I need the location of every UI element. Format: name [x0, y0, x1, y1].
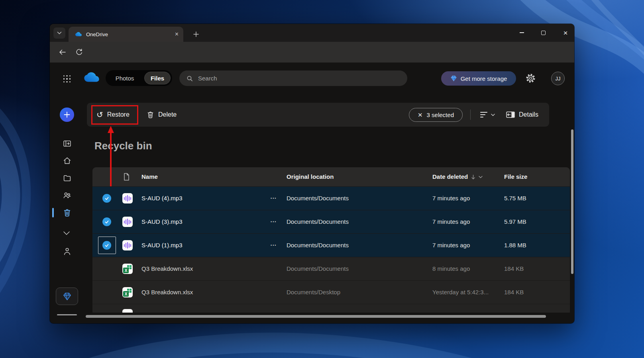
account-avatar[interactable]: JJ [551, 72, 565, 85]
tab-strip: OneDrive × × [50, 24, 574, 42]
row-checkbox-checked[interactable] [102, 217, 111, 226]
file-name: S-AUD (4).mp3 [141, 187, 183, 210]
sidebar-item-home[interactable] [63, 157, 71, 165]
file-date-deleted: 7 minutes ago [432, 234, 470, 257]
browser-tab-onedrive[interactable]: OneDrive × [69, 27, 183, 42]
table-row[interactable]: S-AUD (1).mp3 ••• Documents/Documents 7 … [92, 234, 570, 257]
annotation-arrow-line [110, 133, 112, 186]
sidebar-active-indicator [52, 208, 54, 217]
back-button[interactable] [59, 48, 67, 57]
file-date-deleted: 7 minutes ago [432, 187, 470, 210]
check-icon [104, 196, 110, 201]
details-label: Details [519, 111, 538, 118]
column-header-name[interactable]: Name [141, 167, 158, 186]
annotation-highlight-box [91, 105, 138, 125]
file-date-deleted: 8 minutes ago [432, 257, 470, 280]
tab-title: OneDrive [86, 31, 175, 37]
details-button[interactable]: Details [506, 107, 538, 123]
toggle-files[interactable]: Files [144, 72, 171, 84]
table-row[interactable]: S-AUD (4).mp3 ••• Documents/Documents 7 … [92, 187, 570, 210]
sort-descending-icon [471, 174, 475, 180]
diamond-icon [450, 75, 457, 82]
trash-icon [63, 209, 71, 217]
file-name: S-AUD (1).mp3 [141, 234, 183, 257]
sidebar-open-panel-button[interactable] [63, 139, 71, 148]
toggle-photos[interactable]: Photos [106, 75, 144, 82]
file-location: Documents/Documents [287, 257, 349, 280]
column-header-location[interactable]: Original location [287, 167, 334, 186]
details-pane-icon [506, 111, 515, 118]
arrow-left-icon [59, 48, 67, 56]
chevron-down-icon [57, 31, 62, 35]
trash-icon [147, 111, 154, 119]
close-icon: × [563, 29, 567, 37]
onedrive-logo[interactable] [83, 72, 100, 83]
search-placeholder: Search [198, 75, 217, 82]
home-icon [63, 157, 71, 165]
storage-usage-bar [57, 314, 77, 315]
row-more-button[interactable]: ••• [271, 210, 277, 233]
audio-file-icon [122, 240, 133, 250]
refresh-button[interactable] [75, 48, 84, 57]
browser-toolbar: https://onedrive.live.com/?view=5 ☆ ••• … [50, 42, 574, 63]
browser-window: OneDrive × × https://onedrive.live.com/?… [50, 24, 574, 323]
vertical-scrollbar[interactable] [571, 129, 573, 274]
page-title: Recycle bin [94, 140, 152, 152]
premium-button[interactable] [56, 288, 78, 305]
file-size: 184 KB [504, 257, 524, 280]
diamond-icon [63, 292, 72, 301]
selected-count-label: 3 selected [427, 112, 454, 118]
sidebar-item-recycle-bin[interactable] [63, 209, 71, 217]
audio-file-icon [122, 217, 133, 227]
column-header-size[interactable]: File size [504, 167, 527, 186]
get-more-storage-button[interactable]: Get more storage [441, 71, 516, 86]
refresh-icon [75, 48, 83, 56]
new-add-button[interactable] [60, 108, 74, 122]
table-row[interactable]: X Q3 Breakdown.xlsx Documents/Documents … [92, 257, 570, 280]
settings-button[interactable] [525, 73, 536, 84]
sidebar-item-my-files[interactable] [63, 174, 71, 182]
storage-label: Get more storage [461, 75, 507, 82]
file-size: 1.88 MB [504, 234, 526, 257]
horizontal-scrollbar[interactable] [86, 315, 546, 318]
sort-lines-icon [480, 112, 487, 117]
row-more-button[interactable]: ••• [271, 187, 277, 210]
file-name: S-AUD (3).mp3 [141, 210, 183, 233]
sidebar-item-person[interactable] [63, 247, 71, 255]
window-maximize-button[interactable] [534, 25, 552, 40]
file-location: Documents/Documents [287, 234, 349, 257]
gear-icon [525, 73, 536, 84]
file-name: Q3 Breakdown.xlsx [141, 281, 193, 304]
search-input[interactable]: Search [179, 70, 407, 86]
app-launcher-button[interactable] [63, 74, 71, 83]
command-bar: ↺ Restore Delete ✕ 3 selected Details [87, 103, 549, 127]
document-icon[interactable] [123, 173, 130, 181]
sidebar-item-shared[interactable] [63, 191, 71, 200]
column-header-date[interactable]: Date deleted [432, 167, 483, 186]
table-row[interactable]: X Q3 Breakdown.xlsx Documents/Desktop Ye… [92, 281, 570, 304]
tab-search-dropdown-button[interactable] [53, 27, 65, 39]
row-more-button[interactable]: ••• [271, 234, 277, 257]
window-close-button[interactable]: × [557, 25, 574, 40]
window-minimize-button[interactable] [513, 25, 530, 40]
people-icon [63, 191, 71, 200]
row-checkbox-checked[interactable] [102, 241, 111, 250]
file-location: Documents/Desktop [287, 281, 340, 304]
sidebar-expand-button[interactable] [63, 231, 71, 237]
plus-icon [193, 31, 199, 37]
delete-button[interactable]: Delete [147, 106, 177, 123]
clear-selection-icon[interactable]: ✕ [418, 112, 423, 118]
row-checkbox-checked[interactable] [102, 194, 111, 203]
partial-file-icon [122, 309, 133, 313]
annotation-arrow-head [108, 126, 114, 133]
chevron-down-icon [491, 113, 495, 116]
new-tab-button[interactable] [190, 28, 202, 40]
tab-close-icon[interactable]: × [175, 31, 179, 37]
excel-file-icon: X [122, 287, 133, 297]
table-row[interactable]: S-AUD (3).mp3 ••• Documents/Documents 7 … [92, 210, 570, 233]
sort-button[interactable] [480, 108, 495, 121]
minimize-icon [520, 32, 524, 33]
selection-count-button[interactable]: ✕ 3 selected [409, 108, 463, 122]
file-size: 5.97 MB [504, 210, 526, 233]
file-location: Documents/Documents [287, 210, 349, 233]
